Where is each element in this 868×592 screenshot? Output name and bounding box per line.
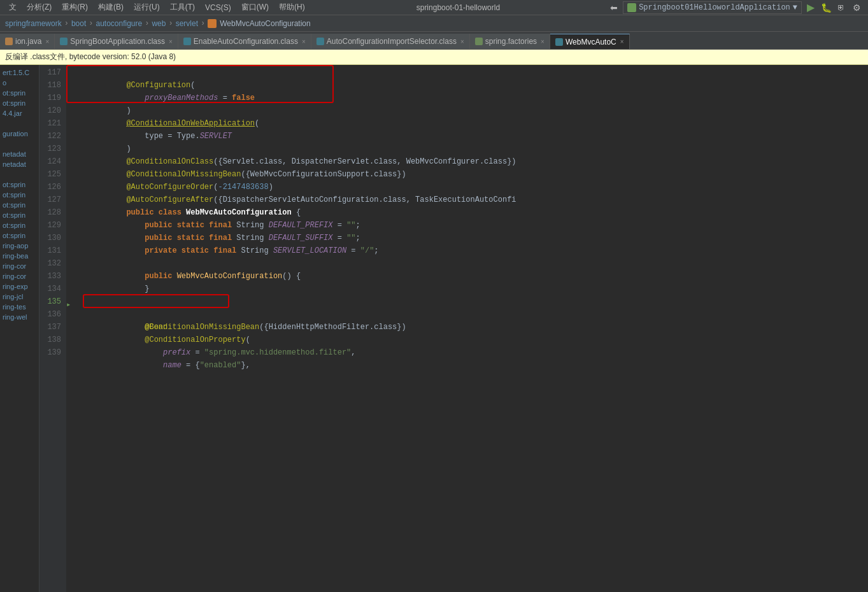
sidebar-item-4[interactable]: 4.4.jar [0,108,39,118]
sidebar-item-9[interactable]: netadat [0,159,39,169]
run-config-label: Springboot01HelloworldApplication [639,3,790,12]
token-130f: ; [374,246,378,255]
token-139c: { [195,361,199,370]
code-line-135: @Bean [71,295,868,308]
code-line-120: @ConditionalOnWebApplication( [71,104,868,117]
run-config-selector[interactable]: Springboot01HelloworldApplication ▼ [623,1,802,14]
breadcrumb-item-boot[interactable]: boot [71,19,86,28]
token-132c: () { [282,272,301,281]
tab-autoimport[interactable]: AutoConfigurationImportSelector.class × [311,34,470,49]
token-kw-132: public [145,272,172,281]
line-num-120: 120 [39,104,61,117]
line-num-138: 138 [39,334,61,346]
line-num-119: 119 [39,92,61,104]
code-container[interactable]: 117 118 119 120 121 122 123 124 125 126 … [39,65,868,592]
token-133: } [126,285,149,293]
token-137b: ( [246,335,250,344]
tab-close-springfactories[interactable]: × [541,38,544,45]
menu-item-run[interactable]: 运行(U) [130,1,164,14]
token-paren-117: ( [190,81,195,90]
tab-ion-java[interactable]: ion.java × [0,34,55,49]
tab-close-webmvcauto[interactable]: × [620,38,624,45]
token-128f: ; [356,221,360,230]
breadcrumb-item-web[interactable]: web [152,19,166,28]
sidebar-item-8[interactable]: netadat [0,149,39,159]
tab-close-enableauto[interactable]: × [302,38,306,45]
sidebar-item-15[interactable]: ot:sprin [0,220,39,230]
tab-close-ion[interactable]: × [45,38,49,45]
sidebar-item-21[interactable]: ring-exp [0,281,39,292]
line-num-118: 118 [39,79,61,92]
sidebar-item-20[interactable]: ring-cor [0,271,39,281]
line-num-129: 129 [39,219,61,232]
tab-label-ion: ion.java [15,37,41,46]
sidebar-item-2[interactable]: ot:sprin [0,88,39,98]
sidebar-item-10[interactable] [0,169,39,180]
notice-bar: 反编译 .class文件, bytecode version: 52.0 (Ja… [0,50,868,65]
token-126b: {DispatcherServletAutoConfiguration.clas… [218,195,516,204]
run-button[interactable]: ▶ [804,1,817,14]
token-136d: ) [402,323,406,332]
sidebar-item-11[interactable]: ot:sprin [0,180,39,190]
sidebar-item-23[interactable]: ring-tes [0,302,39,312]
menu-item-file[interactable]: 文 [5,1,20,14]
line-num-128: 128 [39,206,61,219]
debug-button[interactable]: 🐛 [820,1,832,14]
tab-bar: ion.java × SpringBootApplication.class ×… [0,32,868,50]
sidebar-item-24[interactable]: ring-wel [0,312,39,322]
sidebar-item-16[interactable]: ot:sprin [0,230,39,241]
tab-springbootapp[interactable]: SpringBootApplication.class × [55,34,178,49]
breadcrumb-item-webmvc[interactable]: WebMvcAutoConfiguration [220,19,311,28]
tab-icon-springfactories [475,38,483,45]
coverage-button[interactable]: ⛨ [835,1,848,14]
menu-item-analyze[interactable]: 分析(Z) [23,1,55,14]
tab-webmvcauto[interactable]: WebMvcAutoC × [550,34,630,49]
sidebar-item-12[interactable]: ot:sprin [0,190,39,200]
sidebar-item-5[interactable] [0,118,39,129]
sidebar-item-18[interactable]: ring-bea [0,251,39,261]
tab-springfactories[interactable]: spring.factories × [470,34,550,49]
token-kw-130b: static [181,246,209,255]
token-ann-124: @ConditionalOnMissingBean [126,170,241,179]
menu-item-tools[interactable]: 工具(T) [166,1,199,14]
sidebar-item-17[interactable]: ring-aop [0,241,39,251]
token-field-128: DEFAULT_PREFIX [269,221,333,230]
token-eq-118: = [218,94,232,102]
sidebar-item-3[interactable]: ot:sprin [0,98,39,108]
breadcrumb-item-servlet[interactable]: servlet [176,19,198,28]
menu-item-build[interactable]: 构建(B) [94,1,127,14]
token-128e: = [333,221,347,230]
sidebar-item-6[interactable]: guration [0,129,39,139]
menu-item-window[interactable]: 窗口(W) [238,1,273,14]
breadcrumb-sep-2: › [87,19,94,28]
sidebar-item-7[interactable] [0,139,39,149]
token-130e: = [346,246,360,255]
line-num-133: 133 [39,270,61,283]
token-130b [177,246,181,255]
sidebar-item-1[interactable]: o [0,78,39,88]
tab-icon-enableauto [183,38,191,45]
token-kw-129a: public [145,234,172,243]
back-button[interactable]: ⬅ [608,1,620,14]
sidebar-item-22[interactable]: ring-jcl [0,292,39,302]
sidebar-item-13[interactable]: ot:sprin [0,200,39,210]
token-138c: , [351,348,355,357]
settings-button[interactable]: ⚙ [850,1,863,14]
tab-close-autoimport[interactable]: × [460,38,464,45]
token-kw-130c: final [213,246,236,255]
tab-close-springbootapp[interactable]: × [169,38,173,45]
tab-enableauto[interactable]: EnableAutoConfiguration.class × [178,34,311,49]
sidebar-item-14[interactable]: ot:sprin [0,210,39,220]
breadcrumb-item-springframework[interactable]: springframework [5,19,62,28]
tab-label-enableauto: EnableAutoConfiguration.class [194,37,298,46]
menu-bar: 文 分析(Z) 重构(R) 构建(B) 运行(U) 工具(T) VCS(S) 窗… [0,0,868,15]
token-139b: = [181,361,196,370]
breadcrumb-item-autoconfigure[interactable]: autoconfigure [96,19,142,28]
sidebar-item-19[interactable]: ring-cor [0,261,39,271]
menu-item-help[interactable]: 帮助(H) [275,1,309,14]
sidebar-item-0[interactable]: ert:1.5.C [0,67,39,78]
code-editor[interactable]: 117 118 119 120 121 122 123 124 125 126 … [39,65,868,592]
menu-item-refactor[interactable]: 重构(R) [58,1,92,14]
token-kw-128c: final [209,221,232,230]
menu-item-vcs[interactable]: VCS(S) [201,2,235,13]
